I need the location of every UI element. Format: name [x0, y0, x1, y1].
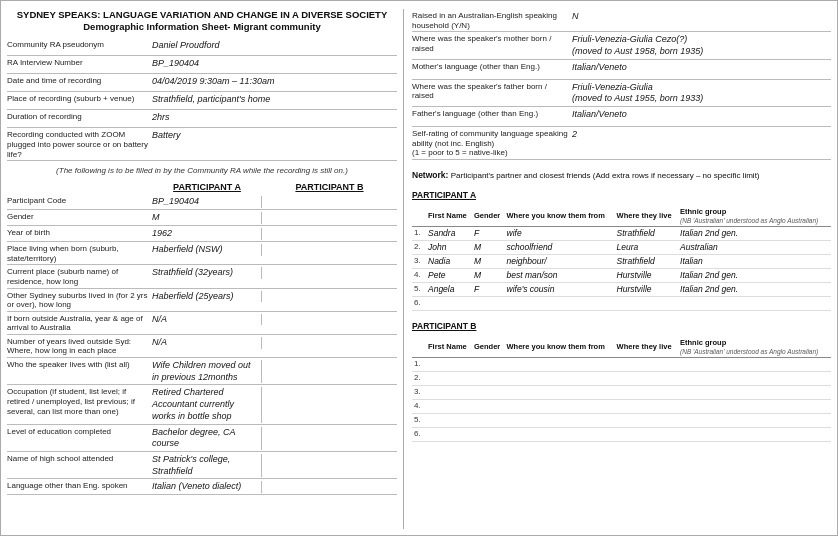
col-first-name-b: First Name [426, 337, 472, 358]
participant-field-row: Level of education completed Bachelor de… [7, 425, 397, 452]
left-column: SYDNEY SPEAKS: LANGUAGE VARIATION AND CH… [7, 9, 397, 529]
participant-fields: Participant Code BP_190404 Gender M Year… [7, 194, 397, 495]
col-first-name: First Name [426, 206, 472, 227]
top-field-row: Recording conducted with ZOOM plugged in… [7, 128, 397, 161]
right-field-label-1: Where was the speaker's mother born / ra… [412, 34, 572, 53]
col-num-b [412, 337, 426, 358]
part-field-a-7: N/A [152, 337, 262, 349]
part-field-label-9: Occupation (if student, list level; if r… [7, 387, 152, 416]
col-num [412, 206, 426, 227]
col-where-know-b: Where you know them from [505, 337, 615, 358]
top-field-label-2: Date and time of recording [7, 76, 152, 86]
form-subtitle: Demographic Information Sheet- Migrant c… [7, 21, 397, 32]
part-field-a-2: 1962 [152, 228, 262, 240]
network-a-row: 5. Angela F wife's cousin Hurstville Ita… [412, 282, 831, 296]
network-a-row: 6. [412, 296, 831, 310]
top-field-row: Date and time of recording 04/04/2019 9:… [7, 74, 397, 92]
part-field-label-10: Level of education completed [7, 427, 152, 437]
network-b-row: 1. [412, 357, 831, 371]
part-field-label-2: Year of birth [7, 228, 152, 238]
top-field-row: Place of recording (suburb + venue) Stra… [7, 92, 397, 110]
top-field-value-3: Strathfield, participant's home [152, 94, 397, 106]
participant-b-header: PARTICIPANT B [262, 182, 397, 192]
participant-field-row: If born outside Australia, year & age of… [7, 312, 397, 335]
network-description: Participant's partner and closest friend… [451, 171, 760, 180]
right-fields: Raised in an Australian-English speaking… [412, 9, 831, 160]
part-field-a-5: Haberfield (25years) [152, 291, 262, 303]
network-b-row: 3. [412, 385, 831, 399]
form-header: SYDNEY SPEAKS: LANGUAGE VARIATION AND CH… [7, 9, 397, 32]
top-field-value-2: 04/04/2019 9:30am – 11:30am [152, 76, 397, 88]
right-field-label-5: Self-rating of community language speaki… [412, 129, 572, 158]
top-fields: Community RA pseudonym Daniel Proudford … [7, 38, 397, 161]
participant-field-row: Language other than Eng. spoken Italian … [7, 479, 397, 495]
right-field-value-4: Italian/Veneto [572, 109, 831, 121]
part-field-label-5: Other Sydney suburbs lived in (for 2 yrs… [7, 291, 152, 310]
network-b-row: 6. [412, 427, 831, 441]
participant-header: PARTICIPANT A PARTICIPANT B [7, 182, 397, 192]
form-title: SYDNEY SPEAKS: LANGUAGE VARIATION AND CH… [7, 9, 397, 21]
part-field-a-12: Italian (Veneto dialect) [152, 481, 262, 493]
participant-field-row: Name of high school attended St Patrick'… [7, 452, 397, 479]
network-b-row: 5. [412, 413, 831, 427]
network-b-row: 4. [412, 399, 831, 413]
page: SYDNEY SPEAKS: LANGUAGE VARIATION AND CH… [0, 0, 838, 536]
part-field-label-7: Number of years lived outside Syd: Where… [7, 337, 152, 356]
participant-a-header: PARTICIPANT A [152, 182, 262, 192]
top-field-row: RA Interview Number BP_190404 [7, 56, 397, 74]
network-a-row: 3. Nadia M neighbour/ Strathfield Italia… [412, 254, 831, 268]
participant-field-row: Occupation (if student, list level; if r… [7, 385, 397, 424]
part-field-label-0: Participant Code [7, 196, 152, 206]
network-table-b: First Name Gender Where you know them fr… [412, 337, 831, 442]
part-field-a-11: St Patrick's college, Strathfield [152, 454, 262, 477]
part-field-label-8: Who the speaker lives with (list all) [7, 360, 152, 370]
part-field-a-8: Wife Children moved out in previous 12mo… [152, 360, 262, 383]
right-field-label-3: Where was the speaker's father born / ra… [412, 82, 572, 101]
part-field-label-12: Language other than Eng. spoken [7, 481, 152, 491]
right-field-value-5: 2 [572, 129, 831, 141]
top-field-value-1: BP_190404 [152, 58, 397, 70]
participant-field-row: Number of years lived outside Syd: Where… [7, 335, 397, 358]
top-field-label-5: Recording conducted with ZOOM plugged in… [7, 130, 152, 159]
participant-field-row: Other Sydney suburbs lived in (for 2 yrs… [7, 289, 397, 312]
part-field-a-10: Bachelor degree, CA course [152, 427, 262, 450]
right-field-row: Raised in an Australian-English speaking… [412, 9, 831, 32]
part-field-a-4: Strathfield (32years) [152, 267, 262, 279]
participant-field-row: Participant Code BP_190404 [7, 194, 397, 210]
part-field-label-6: If born outside Australia, year & age of… [7, 314, 152, 333]
part-field-label-1: Gender [7, 212, 152, 222]
network-participant-b-label: PARTICIPANT B [412, 321, 831, 331]
col-gender: Gender [472, 206, 505, 227]
part-field-a-1: M [152, 212, 262, 224]
right-field-row: Where was the speaker's father born / ra… [412, 80, 831, 107]
col-where-live-b: Where they live [615, 337, 678, 358]
part-field-label-3: Place living when born (suburb, state/te… [7, 244, 152, 263]
part-field-a-9: Retired Chartered Accountant currently w… [152, 387, 262, 422]
top-field-value-4: 2hrs [152, 112, 397, 124]
participant-field-row: Gender M [7, 210, 397, 226]
top-field-label-1: RA Interview Number [7, 58, 152, 68]
part-field-a-6: N/A [152, 314, 262, 326]
right-field-value-0: N [572, 11, 831, 23]
network-a-row: 2. John M schoolfriend Leura Australian [412, 240, 831, 254]
right-field-value-2: Italian/Veneto [572, 62, 831, 74]
right-field-label-2: Mother's language (other than Eng.) [412, 62, 572, 72]
right-field-value-3: Friuli-Venezia-Giulia(moved to Aust 1955… [572, 82, 831, 105]
part-field-label-4: Current place (suburb name) of residence… [7, 267, 152, 286]
participant-field-row: Place living when born (suburb, state/te… [7, 242, 397, 265]
network-table-a: First Name Gender Where you know them fr… [412, 206, 831, 311]
col-gender-b: Gender [472, 337, 505, 358]
right-field-row: Where was the speaker's mother born / ra… [412, 32, 831, 59]
participant-field-row: Who the speaker lives with (list all) Wi… [7, 358, 397, 385]
network-b-row: 2. [412, 371, 831, 385]
right-field-value-1: Friuli-Venezia-Giulia Cezo(?)(moved to A… [572, 34, 831, 57]
right-field-label-0: Raised in an Australian-English speaking… [412, 11, 572, 30]
right-column: Raised in an Australian-English speaking… [403, 9, 831, 529]
participant-field-row: Current place (suburb name) of residence… [7, 265, 397, 288]
part-field-label-11: Name of high school attended [7, 454, 152, 464]
col-where-know: Where you know them from [505, 206, 615, 227]
right-field-row: Father's language (other than Eng.) Ital… [412, 107, 831, 127]
part-field-a-0: BP_190404 [152, 196, 262, 208]
right-field-row: Self-rating of community language speaki… [412, 127, 831, 160]
network-a-row: 4. Pete M best man/son Hurstville Italia… [412, 268, 831, 282]
